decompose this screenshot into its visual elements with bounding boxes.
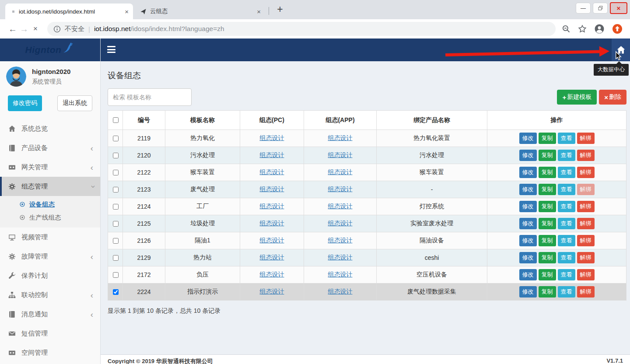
app-config-link[interactable]: 组态设计 [328, 254, 353, 261]
pc-config-link[interactable]: 组态设计 [260, 237, 284, 244]
hamburger-menu-icon[interactable] [107, 46, 116, 55]
pc-config-link[interactable]: 组态设计 [260, 288, 284, 295]
new-tab-button[interactable]: + [274, 4, 286, 16]
row-checkbox[interactable] [113, 238, 119, 244]
view-button[interactable]: 查看 [558, 184, 575, 195]
edit-button[interactable]: 修改 [519, 252, 537, 263]
sidebar-item-消息通知[interactable]: 消息通知‹ [0, 304, 100, 324]
copy-button[interactable]: 复制 [539, 133, 556, 144]
search-input[interactable] [108, 88, 192, 106]
unbind-button[interactable]: 解绑 [577, 133, 595, 144]
sidebar-item-产品设备[interactable]: 产品设备‹ [0, 138, 100, 158]
sidebar-item-保养计划[interactable]: 保养计划 [0, 266, 100, 285]
edit-button[interactable]: 修改 [519, 235, 537, 246]
app-config-link[interactable]: 组态设计 [328, 186, 353, 192]
pc-config-link[interactable]: 组态设计 [260, 220, 284, 227]
view-button[interactable]: 查看 [558, 150, 575, 161]
sidebar-subitem-生产线组态[interactable]: 生产线组态 [0, 211, 100, 224]
row-checkbox[interactable] [113, 221, 119, 227]
copy-button[interactable]: 复制 [539, 218, 556, 229]
tab-close-icon[interactable]: × [257, 8, 261, 15]
copy-button[interactable]: 复制 [539, 269, 556, 280]
sidebar-item-短信管理[interactable]: 短信管理 [0, 324, 100, 343]
browser-tab-current[interactable]: iot.idosp.net/idosp/index.html × [5, 4, 133, 19]
profile-avatar-icon[interactable] [594, 24, 605, 34]
row-checkbox[interactable] [113, 153, 119, 158]
unbind-button[interactable]: 解绑 [577, 235, 595, 246]
copy-button[interactable]: 复制 [539, 252, 556, 263]
edit-button[interactable]: 修改 [519, 286, 537, 298]
view-button[interactable]: 查看 [558, 269, 575, 280]
row-checkbox[interactable] [113, 136, 119, 141]
app-config-link[interactable]: 组态设计 [328, 237, 353, 244]
logout-button[interactable]: 退出系统 [57, 95, 92, 111]
delete-button[interactable]: ×删除 [599, 90, 626, 105]
edit-button[interactable]: 修改 [519, 150, 537, 161]
zoom-out-icon[interactable] [562, 24, 570, 33]
pc-config-link[interactable]: 组态设计 [260, 271, 284, 278]
view-button[interactable]: 查看 [558, 235, 575, 246]
unbind-button[interactable]: 解绑 [577, 201, 595, 212]
pc-config-link[interactable]: 组态设计 [260, 254, 284, 261]
sidebar-item-网关管理[interactable]: 网关管理‹ [0, 158, 100, 177]
restore-button[interactable] [593, 3, 608, 14]
view-button[interactable]: 查看 [558, 252, 575, 263]
sidebar-item-视频管理[interactable]: 视频管理 [0, 228, 100, 247]
view-button[interactable]: 查看 [558, 133, 575, 144]
copy-button[interactable]: 复制 [539, 201, 556, 212]
edit-button[interactable]: 修改 [519, 167, 537, 178]
sidebar-item-系统总览[interactable]: 系统总览 [0, 119, 100, 138]
view-button[interactable]: 查看 [558, 286, 575, 298]
app-config-link[interactable]: 组态设计 [328, 151, 353, 158]
unbind-button[interactable]: 解绑 [577, 150, 595, 161]
unbind-button[interactable]: 解绑 [577, 269, 595, 280]
browser-update-icon[interactable] [612, 24, 623, 34]
sidebar-item-联动控制[interactable]: 联动控制‹ [0, 285, 100, 304]
new-template-button[interactable]: +新建模板 [557, 90, 597, 105]
sidebar-item-故障管理[interactable]: 故障管理‹ [0, 247, 100, 266]
app-config-link[interactable]: 组态设计 [328, 288, 353, 295]
stop-button[interactable]: × [30, 24, 41, 33]
edit-button[interactable]: 修改 [519, 218, 537, 229]
tab-close-icon[interactable]: × [125, 8, 129, 15]
forward-button[interactable]: → [18, 24, 30, 34]
pc-config-link[interactable]: 组态设计 [260, 186, 284, 192]
unbind-button[interactable]: 解绑 [577, 218, 595, 229]
app-config-link[interactable]: 组态设计 [328, 203, 353, 210]
browser-tab-cloud-config[interactable]: 云组态 × [134, 4, 265, 19]
unbind-button[interactable]: 解绑 [577, 286, 595, 298]
app-config-link[interactable]: 组态设计 [328, 220, 353, 227]
pc-config-link[interactable]: 组态设计 [260, 168, 284, 175]
edit-button[interactable]: 修改 [519, 184, 537, 195]
row-checkbox[interactable] [113, 187, 119, 192]
view-button[interactable]: 查看 [558, 218, 575, 229]
change-password-button[interactable]: 修改密码 [8, 95, 42, 111]
unbind-button[interactable]: 解绑 [577, 184, 595, 195]
pc-config-link[interactable]: 组态设计 [260, 203, 284, 210]
unbind-button[interactable]: 解绑 [577, 252, 595, 263]
copy-button[interactable]: 复制 [539, 286, 556, 298]
edit-button[interactable]: 修改 [519, 269, 537, 280]
row-checkbox[interactable] [113, 170, 119, 175]
sidebar-item-组态管理[interactable]: 组态管理‹ [0, 177, 100, 196]
close-button[interactable]: × [610, 2, 627, 14]
address-bar[interactable]: 不安全 | iot.idosp.net/idosp/index.html?lan… [47, 22, 556, 36]
minimize-button[interactable]: — [576, 3, 591, 14]
sidebar-subitem-设备组态[interactable]: 设备组态 [0, 198, 100, 211]
select-all-checkbox[interactable] [113, 117, 119, 123]
sidebar-item-空间管理[interactable]: 空间管理 [0, 343, 100, 362]
edit-button[interactable]: 修改 [519, 133, 537, 144]
pc-config-link[interactable]: 组态设计 [260, 134, 284, 141]
copy-button[interactable]: 复制 [539, 167, 556, 178]
edit-button[interactable]: 修改 [519, 201, 537, 212]
row-checkbox[interactable] [113, 272, 119, 278]
copy-button[interactable]: 复制 [539, 150, 556, 161]
app-config-link[interactable]: 组态设计 [328, 168, 353, 175]
unbind-button[interactable]: 解绑 [577, 167, 595, 178]
app-config-link[interactable]: 组态设计 [328, 134, 353, 141]
back-button[interactable]: ← [7, 24, 18, 34]
row-checkbox[interactable] [113, 255, 119, 261]
pc-config-link[interactable]: 组态设计 [260, 151, 284, 158]
info-icon[interactable] [53, 25, 61, 33]
app-config-link[interactable]: 组态设计 [328, 271, 353, 278]
